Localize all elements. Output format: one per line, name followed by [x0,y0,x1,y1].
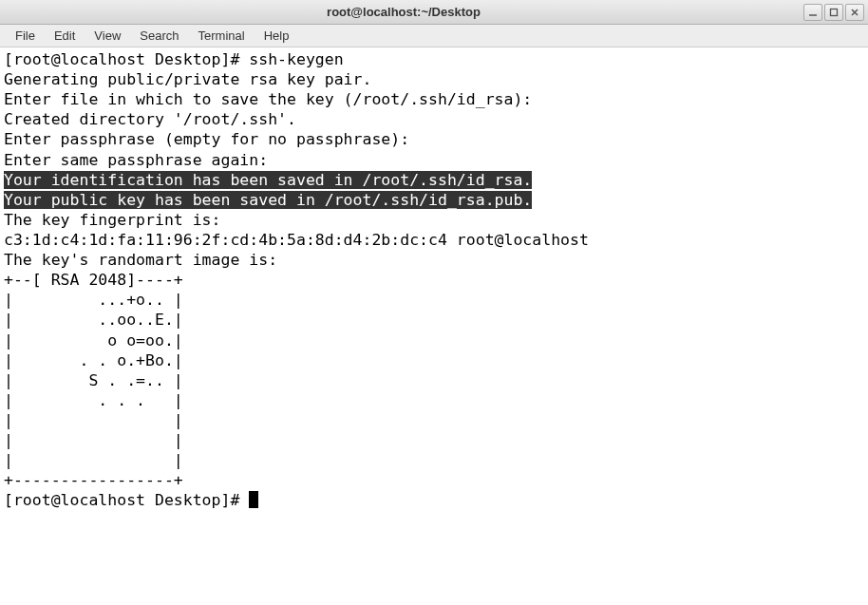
menu-file[interactable]: File [6,26,45,46]
terminal-line: | ..oo..E.| [4,310,864,330]
terminal-line: The key's randomart image is: [4,250,864,270]
terminal-line: | | [4,450,864,470]
terminal-line: c3:1d:c4:1d:fa:11:96:2f:cd:4b:5a:8d:d4:2… [4,230,864,250]
terminal-line: | | [4,430,864,450]
terminal-line: | . . . | [4,390,864,410]
menu-help[interactable]: Help [255,26,299,46]
terminal-line: The key fingerprint is: [4,210,864,230]
menu-terminal[interactable]: Terminal [189,26,255,46]
terminal-line: Enter passphrase (empty for no passphras… [4,129,864,149]
terminal-line: Enter same passphrase again: [4,150,864,170]
terminal-line: Enter file in which to save the key (/ro… [4,89,864,109]
terminal-line: +--[ RSA 2048]----+ [4,270,864,290]
terminal-line: | ...+o.. | [4,290,864,310]
close-icon [850,8,859,17]
window-titlebar: root@localhost:~/Desktop [0,0,868,25]
terminal-line: | o o=oo.| [4,331,864,350]
window-controls [803,4,864,21]
terminal-line-selected: Your public key has been saved in /root/… [4,190,864,210]
window-title: root@localhost:~/Desktop [4,5,803,19]
terminal-prompt: [root@localhost Desktop]# [4,491,249,509]
terminal-line: | . . o.+Bo.| [4,350,864,370]
menubar: File Edit View Search Terminal Help [0,25,868,47]
terminal-cursor [249,491,258,508]
minimize-button[interactable] [803,4,822,21]
minimize-icon [808,8,818,17]
maximize-icon [829,8,839,17]
menu-edit[interactable]: Edit [45,26,85,46]
terminal-output[interactable]: [root@localhost Desktop]# ssh-keygenGene… [0,47,868,605]
menu-view[interactable]: View [85,26,130,46]
svg-rect-1 [831,9,838,15]
terminal-line: Generating public/private rsa key pair. [4,69,864,89]
close-button[interactable] [845,4,864,21]
terminal-line: [root@localhost Desktop]# ssh-keygen [4,49,864,69]
terminal-prompt-line: [root@localhost Desktop]# [4,490,864,510]
terminal-line-selected: Your identification has been saved in /r… [4,170,864,190]
terminal-line: | S . .=.. | [4,370,864,390]
terminal-line: | | [4,410,864,430]
terminal-line: +-----------------+ [4,470,864,490]
maximize-button[interactable] [824,4,843,21]
menu-search[interactable]: Search [130,26,188,46]
terminal-line: Created directory '/root/.ssh'. [4,109,864,129]
